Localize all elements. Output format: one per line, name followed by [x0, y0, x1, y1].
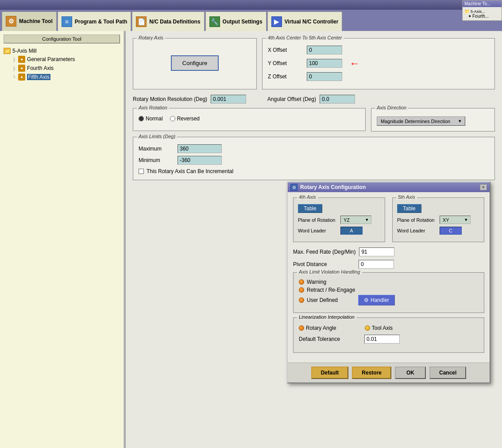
fifth-axis-col: 5th Axis Table Plane of Rotation XY ▾ Wo… [392, 197, 484, 242]
modal-icon: ⚙ [290, 184, 297, 191]
max-feed-rate-label: Max. Feed Rate (Deg/Min) [293, 249, 355, 255]
default-btn[interactable]: Default [311, 367, 349, 379]
fourth-plane-label: Plane of Rotation [298, 217, 338, 223]
pivot-distance-label: Pivot Distance [293, 261, 355, 267]
fifth-plane-arrow: ▾ [465, 217, 467, 223]
linearization-group: Linearization Interpolation Rotary Angle… [293, 317, 484, 353]
fourth-word-row: Word Leader A [298, 227, 380, 235]
fourth-word-value: A [350, 228, 353, 233]
modal-close-btn[interactable]: ✕ [480, 184, 487, 190]
warning-label: Warning [307, 279, 326, 285]
fourth-word-input[interactable]: A [340, 227, 363, 235]
rotary-axis-config-modal: ⚙ Rotary Axis Configuration ✕ 4th Axis T… [287, 182, 490, 383]
fourth-axis-col: 4th Axis Table Plane of Rotation YZ ▾ Wo… [293, 197, 385, 242]
fourth-plane-dropdown[interactable]: YZ ▾ [340, 216, 371, 224]
retract-radio-btn[interactable] [299, 287, 304, 293]
linearization-radio-row: Rotary Angle Tool Axis [299, 325, 479, 331]
fourth-plane-value: YZ [344, 217, 350, 223]
fifth-word-value: C [449, 228, 452, 233]
fifth-axis-title: 5th Axis [396, 194, 417, 200]
fifth-plane-value: XY [443, 217, 449, 223]
user-defined-radio-btn[interactable] [299, 297, 304, 303]
handler-btn-label: Handler [371, 297, 389, 303]
default-tolerance-label: Default Tolerance [299, 336, 361, 342]
default-tolerance-input[interactable] [364, 335, 400, 344]
fifth-word-label: Word Leader [397, 228, 437, 233]
tool-axis-radio[interactable]: Tool Axis [365, 325, 393, 331]
tool-axis-radio-btn[interactable] [365, 325, 370, 331]
max-feed-rate-input[interactable] [359, 247, 394, 256]
fifth-axis-table-btn[interactable]: Table [397, 204, 421, 213]
rotary-angle-radio-btn[interactable] [299, 325, 304, 331]
retract-radio-row[interactable]: Retract / Re-Engage [299, 287, 479, 293]
fifth-plane-dropdown[interactable]: XY ▾ [440, 216, 471, 224]
cancel-btn[interactable]: Cancel [429, 367, 466, 379]
violation-group: Axis Limit Violation Handling Warning Re… [293, 272, 484, 313]
warning-radio-row[interactable]: Warning [299, 279, 479, 285]
fifth-word-input[interactable]: C [440, 227, 462, 235]
fourth-word-label: Word Leader [298, 228, 338, 233]
linearization-title: Linearization Interpolation [297, 314, 356, 320]
tool-axis-label: Tool Axis [372, 325, 393, 331]
restore-btn[interactable]: Restore [352, 367, 391, 379]
fourth-axis-table-btn[interactable]: Table [298, 204, 322, 213]
violation-title: Axis Limit Violation Handling [297, 269, 362, 274]
fifth-plane-label: Plane of Rotation [397, 217, 437, 223]
fifth-plane-row: Plane of Rotation XY ▾ [397, 216, 479, 224]
fourth-plane-row: Plane of Rotation YZ ▾ [298, 216, 380, 224]
modal-title: Rotary Axis Configuration [300, 184, 366, 190]
handler-icon: ⚙ [364, 297, 369, 303]
fourth-plane-arrow: ▾ [366, 217, 368, 223]
rotary-angle-radio[interactable]: Rotary Angle [299, 325, 336, 331]
default-tolerance-row: Default Tolerance [299, 335, 479, 344]
max-feed-rate-row: Max. Feed Rate (Deg/Min) [293, 247, 484, 256]
rotary-angle-label: Rotary Angle [306, 325, 336, 331]
user-defined-radio-row[interactable]: User Defined ⚙ Handler [299, 295, 479, 305]
fifth-word-row: Word Leader C [397, 227, 479, 235]
modal-title-bar: ⚙ Rotary Axis Configuration ✕ [288, 182, 490, 192]
handler-btn[interactable]: ⚙ Handler [358, 295, 395, 305]
modal-footer: Default Restore OK Cancel [288, 363, 490, 382]
axis-columns: 4th Axis Table Plane of Rotation YZ ▾ Wo… [293, 197, 484, 242]
fourth-axis-title: 4th Axis [297, 194, 318, 200]
modal-body: 4th Axis Table Plane of Rotation YZ ▾ Wo… [288, 192, 490, 363]
warning-radio-btn[interactable] [299, 279, 304, 285]
ok-btn[interactable]: OK [395, 367, 426, 379]
modal-overlay: ⚙ Rotary Axis Configuration ✕ 4th Axis T… [0, 0, 502, 448]
retract-label: Retract / Re-Engage [307, 287, 355, 293]
pivot-distance-input[interactable] [359, 260, 394, 269]
user-defined-label: User Defined [307, 297, 338, 303]
pivot-distance-row: Pivot Distance [293, 260, 484, 269]
